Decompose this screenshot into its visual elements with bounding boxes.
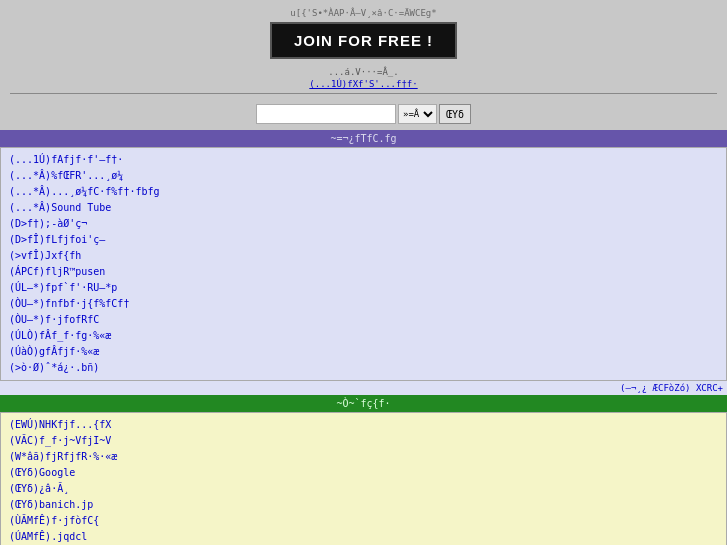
green-link-item[interactable]: (EWÚ)NHKfjf...{fX <box>9 417 718 433</box>
join-button[interactable]: JOIN FOR FREE ! <box>270 22 457 59</box>
header-divider <box>10 93 717 94</box>
purple-link-item[interactable]: (ÚL—*)fpf`f'·RU—*p <box>9 280 718 296</box>
search-input[interactable] <box>256 104 396 124</box>
header-link[interactable]: (...1Ú)fXf'S'...f†f· <box>0 79 727 89</box>
search-button[interactable]: ŒYδ <box>439 104 471 124</box>
subtitle-text: ...á.V···=Â_. <box>0 67 727 77</box>
purple-content-area: (...1Ú)fAfjf·f'—f†·(...*Â)%fŒFR'...¸ø¼(.… <box>0 147 727 381</box>
header-top-text: u[{'S•*ÀAP·Â—V¸×â·C·=ÄWCEg* <box>0 8 727 18</box>
more-link[interactable]: (—¬¸¿ ÆCFòZó) XCRC+ <box>0 381 727 395</box>
green-link-item[interactable]: (W*âã)fjRfjfR·%·«æ <box>9 449 718 465</box>
purple-link-item[interactable]: (ÚàÒ)gfÂfjf·%«æ <box>9 344 718 360</box>
purple-link-item[interactable]: (...*Â)Sound Tube <box>9 200 718 216</box>
green-link-item[interactable]: (ŒYδ)banich.jp <box>9 497 718 513</box>
purple-section-header: ~=¬¿fTfC.fg <box>0 130 727 147</box>
purple-link-item[interactable]: (ÒU—*)f·jfofRfC <box>9 312 718 328</box>
header: u[{'S•*ÀAP·Â—V¸×â·C·=ÄWCEg* JOIN FOR FRE… <box>0 0 727 104</box>
yellow-content-area: (EWÚ)NHKfjf...{fX(VÃC)f_f·j~VfjI~V(W*âã)… <box>0 412 727 545</box>
green-link-item[interactable]: (ŒYδ)Google <box>9 465 718 481</box>
purple-link-item[interactable]: (>vfÎ)Jxf{fh <box>9 248 718 264</box>
green-link-item[interactable]: (ŒYδ)¿â·Ã¸ <box>9 481 718 497</box>
purple-link-item[interactable]: (...*Â)%fŒFR'...¸ø¼ <box>9 168 718 184</box>
purple-link-item[interactable]: (ÁPCf)fljR™pusen <box>9 264 718 280</box>
purple-link-item[interactable]: (...*Â)...¸ø¼fC·f%f†·fbfg <box>9 184 718 200</box>
green-link-item[interactable]: (VÃC)f_f·j~VfjI~V <box>9 433 718 449</box>
purple-link-item[interactable]: (D>f†);-àØ'ç¬ <box>9 216 718 232</box>
green-link-item[interactable]: (ÚAMfÊ).jqdcl <box>9 529 718 545</box>
green-link-item[interactable]: (ÙÃMfÊ)f·jfòfC{ <box>9 513 718 529</box>
purple-link-item[interactable]: (ÒU—*)fnfbf·j{f%fCf† <box>9 296 718 312</box>
purple-link-item[interactable]: (>ò·Ø)ˆ*á¿·.bñ) <box>9 360 718 376</box>
green-section-header: ~Ò~`fç{f· <box>0 395 727 412</box>
search-select[interactable]: »=Â <box>398 104 437 124</box>
search-bar: »=Â ŒYδ <box>0 104 727 124</box>
purple-link-item[interactable]: (D>fÎ)fLfjfoi'ç— <box>9 232 718 248</box>
purple-link-item[interactable]: (...1Ú)fAfjf·f'—f†· <box>9 152 718 168</box>
purple-link-item[interactable]: (ÚLÒ)fÂf_f·fg·%«æ <box>9 328 718 344</box>
